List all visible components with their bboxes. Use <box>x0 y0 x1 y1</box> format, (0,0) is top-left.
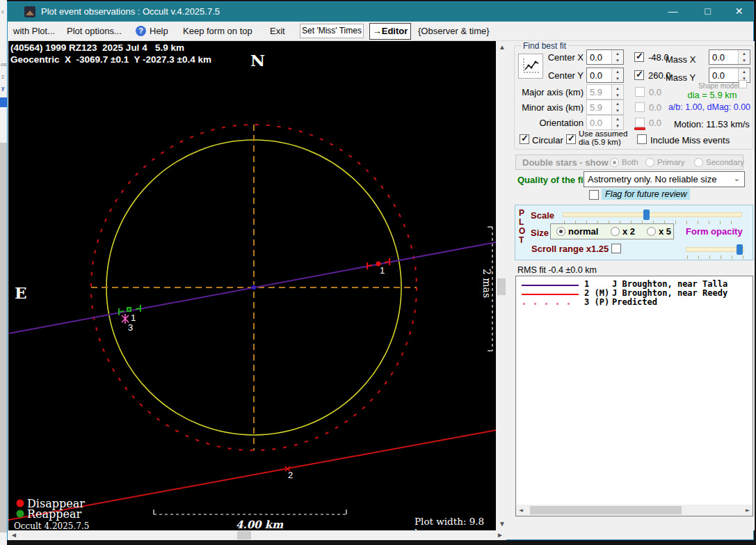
flag-review-label: Flag for future review <box>602 189 690 200</box>
edge-text-fragment: c <box>1 8 4 15</box>
mass-y-label: Mass Y <box>666 72 695 83</box>
observer-row-name: J Broughton, near Talla <box>612 279 727 289</box>
include-miss-label: Include Miss events <box>650 135 730 145</box>
shape-model-label: Shape model <box>698 82 739 90</box>
size-normal-label: normal <box>568 226 598 237</box>
center-x-spin-buttons[interactable]: ▲▼ <box>611 50 623 64</box>
list-hscroll-thumb[interactable] <box>530 506 682 514</box>
legend-reappear-label: Reappear <box>27 507 81 521</box>
mass-x-spin-buttons[interactable]: ▲▼ <box>738 50 750 64</box>
menu-with-plot[interactable]: with Plot... <box>13 26 55 36</box>
close-button[interactable]: ✕ <box>723 2 755 22</box>
list-scroll-right-icon[interactable]: ► <box>746 505 750 515</box>
control-panel: Find best fit Center X 0.0 ▲▼ -48.0 Mass… <box>507 41 755 530</box>
scroll-up-icon[interactable]: ▲ <box>499 42 506 52</box>
horizontal-scale-bar <box>154 510 346 514</box>
size-x5-radio[interactable] <box>647 227 656 236</box>
orientation-err-label: 0.0 <box>649 118 661 128</box>
scroll-right-icon[interactable]: ► <box>497 530 504 540</box>
chevron-down-icon[interactable]: ⌄ <box>734 174 740 183</box>
observer-time-label: {Observer & time} <box>418 26 490 36</box>
include-miss-checkbox[interactable] <box>637 134 647 144</box>
double-stars-both-radio <box>610 158 619 167</box>
rms-fit-label: RMS fit -0.4 ±0.0 km <box>517 265 597 275</box>
minor-axis-label: Minor axis (km) <box>521 102 584 113</box>
list-horizontal-scrollbar[interactable]: ◄ ► <box>516 505 753 516</box>
motion-label: Motion: 11.53 km/s <box>674 119 753 129</box>
mass-x-value: 0.0 <box>712 52 725 63</box>
set-miss-times-button[interactable]: Set 'Miss' Times <box>300 24 364 38</box>
edge-selected-row <box>0 97 7 107</box>
editor-button[interactable]: →Editor <box>369 23 411 40</box>
plot-width-label: Plot width: 9.8 km <box>415 516 496 530</box>
opacity-slider[interactable] <box>686 247 744 252</box>
orientation-value: 0.0 <box>590 118 602 128</box>
major-axis-value: 5.9 <box>590 87 602 97</box>
size-radio-group: normal x 2 x 5 <box>550 223 674 239</box>
observer-list[interactable]: 1 J Broughton, near Talla 2 (M) J Brough… <box>515 276 753 516</box>
major-axis-spinner: 5.9 ▲▼ <box>586 84 624 100</box>
scroll-range-checkbox[interactable] <box>611 244 621 253</box>
scale-slider-thumb[interactable] <box>643 210 650 220</box>
offset-x-checkbox[interactable] <box>634 52 644 62</box>
opacity-slider-track[interactable] <box>686 247 744 252</box>
center-y-spinner[interactable]: 0.0 ▲▼ <box>586 68 624 83</box>
app-icon <box>24 6 35 17</box>
minor-axis-err-checkbox <box>635 102 645 112</box>
help-icon[interactable]: ? <box>136 26 146 36</box>
center-x-spinner[interactable]: 0.0 ▲▼ <box>586 49 624 65</box>
plot-version-label: Occult 4.2025.7.5 <box>14 521 89 530</box>
form-opacity-button[interactable]: Form opacity <box>686 226 743 237</box>
size-normal-radio[interactable] <box>556 227 565 236</box>
use-assumed-checkbox[interactable] <box>566 134 576 144</box>
center-y-spin-buttons[interactable]: ▲▼ <box>611 68 623 82</box>
plot-title-line1: (40564) 1999 RZ123 2025 Jul 4 5.9 km <box>10 42 184 53</box>
menu-keep-on-top[interactable]: Keep form on top <box>183 26 252 36</box>
menu-help[interactable]: Help <box>150 26 168 36</box>
plot-area[interactable]: (40564) 1999 RZ123 2025 Jul 4 5.9 km Geo… <box>8 41 496 530</box>
plot-vscroll-thumb[interactable] <box>497 278 506 295</box>
dia-label: dia = 5.9 km <box>674 90 750 100</box>
center-y-label: Center Y <box>535 70 584 81</box>
disappear-dot <box>17 500 24 507</box>
chord-1-line <box>9 242 496 333</box>
east-label: E <box>15 283 27 302</box>
minor-axis-spinner: 5.9 ▲▼ <box>586 100 624 115</box>
center-y-value: 0.0 <box>590 70 602 81</box>
title-bar[interactable]: Plot event observations : Occult v.4.202… <box>8 2 753 22</box>
scroll-left-icon[interactable]: ◄ <box>10 530 17 540</box>
flag-review-checkbox[interactable] <box>589 190 599 200</box>
chord3-label: 3 <box>128 322 133 333</box>
scroll-down-icon[interactable]: ▼ <box>499 519 506 529</box>
scale-bar-label: 4.00 km <box>236 519 283 530</box>
circular-checkbox[interactable] <box>520 134 529 144</box>
list-scroll-left-icon[interactable]: ◄ <box>519 505 523 515</box>
reappear-dot <box>17 510 24 518</box>
edge-text-fragment: y <box>1 85 4 91</box>
quality-dropdown[interactable]: Astrometry only. No reliable size ⌄ <box>584 171 745 187</box>
mass-x-spinner[interactable]: 0.0 ▲▼ <box>709 49 750 65</box>
minimize-button[interactable]: — <box>657 2 689 22</box>
menu-plot-options[interactable]: Plot options... <box>67 26 122 36</box>
maximize-button[interactable]: □ <box>692 2 723 22</box>
menu-exit[interactable]: Exit <box>270 26 285 36</box>
orientation-spin-buttons: ▲▼ <box>611 116 623 129</box>
scale-slider-track[interactable] <box>563 212 742 217</box>
observer-row-name: Predicted <box>612 297 657 307</box>
size-x2-radio[interactable] <box>611 227 620 236</box>
scale-label: Scale <box>531 210 554 221</box>
major-axis-spin-buttons: ▲▼ <box>611 85 623 99</box>
scale-slider[interactable] <box>563 212 742 217</box>
vertical-scale-label: 2 mas <box>481 268 492 299</box>
plot-horizontal-scrollbar[interactable]: ◄ ► <box>8 530 506 540</box>
opacity-slider-thumb[interactable] <box>737 244 743 255</box>
mass-y-value: 0.0 <box>712 70 725 81</box>
major-axis-label: Major axis (km) <box>521 87 584 97</box>
plot-vertical-scrollbar[interactable]: ▲ ▼ <box>497 41 506 530</box>
shape-model-checkbox[interactable] <box>739 80 747 88</box>
double-stars-label: Double stars - show <box>522 157 609 168</box>
plot-hscroll-thumb[interactable] <box>237 531 251 539</box>
ab-dmag-label: a/b: 1.00, dMag: 0.00 <box>666 102 753 112</box>
double-stars-both-label: Both <box>622 158 638 166</box>
offset-y-checkbox[interactable] <box>634 70 644 80</box>
